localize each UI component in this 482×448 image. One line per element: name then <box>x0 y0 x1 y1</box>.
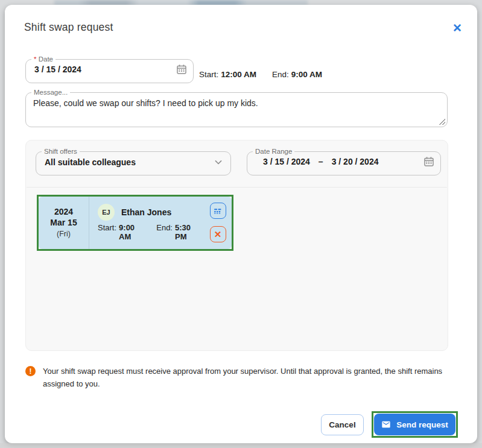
date-range-end[interactable]: 3 / 20 / 2024 <box>332 157 379 166</box>
date-field-value[interactable]: 3 / 15 / 2024 <box>34 65 81 74</box>
close-icon[interactable]: ✕ <box>449 21 465 36</box>
remove-x-icon: ✕ <box>214 229 222 240</box>
panel-divider <box>27 187 447 188</box>
calendar-icon[interactable] <box>176 64 187 75</box>
message-field-value[interactable]: Please, could we swap our shifts? I need… <box>26 96 447 109</box>
shift-offers-label: Shift offers <box>42 148 80 156</box>
schedule-grid-icon <box>214 207 222 215</box>
shift-card-date-block: 2024 Mar 15 (Fri) <box>39 197 89 249</box>
send-button-annotation: Send request <box>372 411 458 438</box>
shift-offers-panel: Shift offers All suitable colleagues Dat… <box>25 140 448 351</box>
warning-icon: ! <box>25 366 36 376</box>
dialog-title: Shift swap request <box>24 21 113 34</box>
card-start-value: 9:00 AM <box>119 223 145 241</box>
end-value: 9:00 AM <box>291 70 322 79</box>
shift-card-annotation: 2024 Mar 15 (Fri) EJ Ethan Jones Start: … <box>37 195 233 251</box>
background-bottom-strip <box>0 443 482 448</box>
shift-weekday: (Fri) <box>57 229 71 240</box>
shift-date: Mar 15 <box>50 217 77 229</box>
date-range-separator: – <box>319 157 323 166</box>
start-value: 12:00 AM <box>221 70 256 79</box>
avatar: EJ <box>98 204 115 221</box>
calendar-icon[interactable] <box>423 156 434 167</box>
approval-warning: ! Your shift swap request must receive a… <box>25 365 449 390</box>
required-asterisk: * <box>34 55 36 63</box>
shift-offers-value: All suitable colleagues <box>45 157 136 167</box>
start-label: Start: <box>199 70 218 79</box>
end-label: End: <box>272 70 289 79</box>
warning-text: Your shift swap request must receive app… <box>43 365 449 390</box>
shift-card-times: Start: 9:00 AM End: 5:30 PM <box>98 223 201 241</box>
date-field[interactable]: * Date 3 / 15 / 2024 <box>25 56 194 83</box>
date-range-start[interactable]: 3 / 15 / 2024 <box>263 157 310 166</box>
date-range-field[interactable]: Date Range 3 / 15 / 2024 – 3 / 20 / 2024 <box>247 148 441 175</box>
textarea-resize-handle[interactable] <box>438 118 445 125</box>
shift-card-main: EJ Ethan Jones Start: 9:00 AM End: 5:30 … <box>89 197 204 249</box>
shift-swap-dialog: Shift swap request ✕ * Date 3 / 15 / 202… <box>5 5 477 443</box>
message-field[interactable]: Message... Please, could we swap our shi… <box>25 89 448 127</box>
envelope-icon <box>381 420 391 429</box>
shift-offer-card[interactable]: 2024 Mar 15 (Fri) EJ Ethan Jones Start: … <box>39 197 232 249</box>
send-request-label: Send request <box>396 420 448 429</box>
shift-offers-select[interactable]: Shift offers All suitable colleagues <box>36 148 231 175</box>
send-request-button[interactable]: Send request <box>374 414 455 435</box>
shift-year: 2024 <box>54 206 73 218</box>
card-start-label: Start: <box>98 223 116 241</box>
card-end-value: 5:30 PM <box>175 223 201 241</box>
cancel-button[interactable]: Cancel <box>321 414 364 435</box>
chevron-down-icon[interactable] <box>212 156 224 168</box>
date-field-label: * Date <box>31 56 55 63</box>
remove-offer-button[interactable]: ✕ <box>210 226 226 242</box>
shift-time-summary: Start: 12:00 AM End: 9:00 AM <box>199 65 322 83</box>
date-range-label: Date Range <box>253 148 294 156</box>
message-field-label: Message... <box>31 89 70 96</box>
view-schedule-button[interactable] <box>210 203 226 219</box>
colleague-name: Ethan Jones <box>121 207 171 217</box>
card-end-label: End: <box>156 223 173 241</box>
